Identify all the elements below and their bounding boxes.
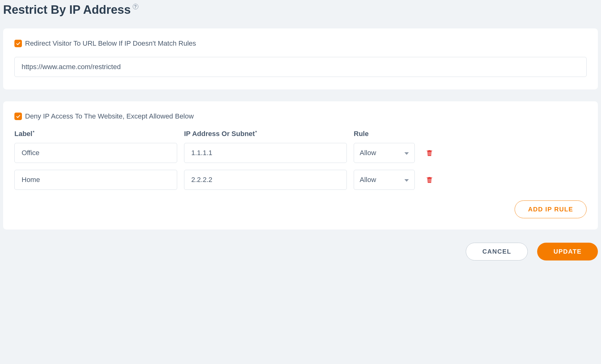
rule-label-input[interactable] bbox=[14, 143, 177, 163]
rule-select[interactable]: Allow bbox=[354, 170, 415, 190]
deny-checkbox-label: Deny IP Access To The Website, Except Al… bbox=[25, 112, 194, 120]
page-title-text: Restrict By IP Address bbox=[3, 3, 131, 17]
rule-select-value: Allow bbox=[360, 149, 376, 157]
trash-icon bbox=[425, 175, 434, 184]
cancel-button[interactable]: CANCEL bbox=[466, 243, 528, 260]
deny-checkbox-row: Deny IP Access To The Website, Except Al… bbox=[14, 112, 587, 120]
required-star: * bbox=[255, 130, 257, 135]
add-ip-rule-button[interactable]: ADD IP RULE bbox=[515, 200, 587, 218]
column-header-label: Label* bbox=[14, 130, 177, 138]
delete-rule-button[interactable] bbox=[422, 149, 437, 157]
rule-ip-input[interactable] bbox=[184, 143, 347, 163]
deny-card: Deny IP Access To The Website, Except Al… bbox=[3, 101, 598, 230]
page-title: Restrict By IP Address ? bbox=[0, 0, 601, 17]
rule-row: Allow bbox=[14, 170, 587, 190]
help-icon[interactable]: ? bbox=[133, 4, 138, 9]
add-rule-row: ADD IP RULE bbox=[14, 200, 587, 218]
rule-select-value: Allow bbox=[360, 176, 376, 184]
redirect-checkbox-row: Redirect Visitor To URL Below If IP Does… bbox=[14, 39, 587, 48]
rule-row: Allow bbox=[14, 143, 587, 163]
rule-label-input[interactable] bbox=[14, 170, 177, 190]
redirect-checkbox-label: Redirect Visitor To URL Below If IP Does… bbox=[25, 39, 196, 48]
column-header-ip: IP Address Or Subnet* bbox=[184, 130, 347, 138]
checkmark-icon bbox=[16, 41, 21, 46]
rule-select[interactable]: Allow bbox=[354, 143, 415, 163]
redirect-url-input[interactable] bbox=[14, 57, 587, 77]
rule-ip-input[interactable] bbox=[184, 170, 347, 190]
update-button[interactable]: UPDATE bbox=[537, 243, 598, 260]
chevron-down-icon bbox=[404, 176, 409, 184]
svg-marker-0 bbox=[404, 152, 409, 155]
redirect-checkbox[interactable] bbox=[14, 40, 22, 47]
checkmark-icon bbox=[16, 114, 21, 119]
trash-icon bbox=[425, 149, 434, 157]
chevron-down-icon bbox=[404, 149, 409, 157]
svg-marker-1 bbox=[404, 179, 409, 182]
rules-section: Label* IP Address Or Subnet* Rule Allow bbox=[14, 130, 587, 218]
delete-rule-button[interactable] bbox=[422, 175, 437, 184]
column-headers: Label* IP Address Or Subnet* Rule bbox=[14, 130, 587, 138]
redirect-card: Redirect Visitor To URL Below If IP Does… bbox=[3, 28, 598, 89]
deny-checkbox[interactable] bbox=[14, 113, 22, 120]
footer-actions: CANCEL UPDATE bbox=[0, 230, 601, 270]
column-header-rule: Rule bbox=[354, 130, 415, 138]
required-star: * bbox=[33, 130, 34, 135]
